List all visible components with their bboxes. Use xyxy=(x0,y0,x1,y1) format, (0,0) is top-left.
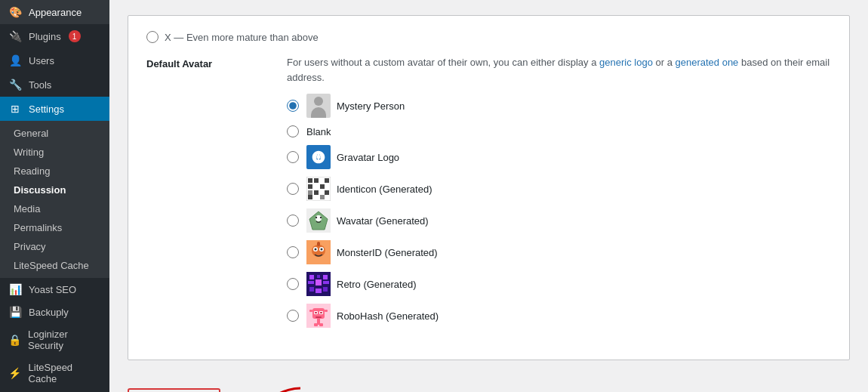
robohash-icon xyxy=(306,304,331,328)
avatar-option-wavatar: Wavatar (Generated) xyxy=(287,208,831,233)
sidebar-item-label: Plugins xyxy=(29,31,61,42)
mystery-person-icon xyxy=(306,94,331,118)
robohash-label[interactable]: RoboHash (Generated) xyxy=(306,304,439,328)
generated-link[interactable]: generated one xyxy=(676,57,739,68)
identicon-icon xyxy=(306,177,331,201)
tools-icon: 🔧 xyxy=(8,79,23,91)
svg-rect-3 xyxy=(314,178,319,183)
svg-rect-32 xyxy=(315,289,322,293)
svg-rect-33 xyxy=(323,287,328,292)
main-content: X — Even more mature than above Default … xyxy=(109,0,868,392)
avatar-option-robohash: RoboHash (Generated) xyxy=(287,304,831,328)
sidebar-item-label: Appearance xyxy=(29,7,82,18)
retro-radio[interactable] xyxy=(287,278,299,290)
submenu-litespeed-cache[interactable]: LiteSpeed Cache xyxy=(0,256,109,275)
power-svg xyxy=(311,150,326,165)
blank-label[interactable]: Blank xyxy=(306,126,331,137)
avatar-option-identicon: Identicon (Generated) xyxy=(287,177,831,201)
svg-rect-40 xyxy=(315,316,322,318)
avatar-option-blank: Blank xyxy=(287,125,831,137)
blank-radio[interactable] xyxy=(287,125,299,137)
monsterid-icon xyxy=(306,240,331,264)
svg-rect-44 xyxy=(309,310,312,312)
sidebar-item-backuply[interactable]: 💾 Backuply xyxy=(0,301,109,323)
plugins-badge: 1 xyxy=(69,30,81,42)
svg-rect-8 xyxy=(314,190,319,195)
mystery-label[interactable]: Mystery Person xyxy=(306,94,405,118)
mystery-radio[interactable] xyxy=(287,100,299,112)
sidebar-item-users[interactable]: 👤 Users xyxy=(0,48,109,73)
settings-section: X — Even more mature than above Default … xyxy=(128,15,850,360)
arrow-indicator xyxy=(232,384,308,392)
svg-rect-23 xyxy=(317,242,320,246)
avatar-option-gravatar: Gravatar Logo xyxy=(287,145,831,169)
submenu-writing[interactable]: Writing xyxy=(0,143,109,162)
users-icon: 👤 xyxy=(8,54,23,66)
svg-rect-38 xyxy=(315,312,317,313)
default-avatar-label: Default Avatar xyxy=(146,55,275,69)
svg-rect-25 xyxy=(309,275,314,279)
avatar-options-content: For users without a custom avatar of the… xyxy=(287,55,831,335)
save-button-wrapper: Save Changes xyxy=(128,388,220,393)
plugins-icon: 🔌 xyxy=(8,30,23,42)
svg-rect-28 xyxy=(308,281,314,284)
svg-rect-4 xyxy=(325,178,329,183)
wavatar-radio[interactable] xyxy=(287,215,299,227)
sidebar-item-plugins[interactable]: 🔌 Plugins 1 xyxy=(0,24,109,48)
submenu-reading[interactable]: Reading xyxy=(0,162,109,181)
gravatar-label[interactable]: Gravatar Logo xyxy=(306,145,399,169)
plugin-label: Loginizer Security xyxy=(28,329,102,351)
x-option-label[interactable]: X — Even more mature than above xyxy=(165,32,319,43)
sidebar-item-litespeed[interactable]: ⚡ LiteSpeed Cache xyxy=(0,357,109,390)
submenu-general[interactable]: General xyxy=(0,124,109,143)
sidebar-item-label: Users xyxy=(29,55,54,66)
monsterid-label[interactable]: MonsterID (Generated) xyxy=(306,240,438,264)
submenu-privacy[interactable]: Privacy xyxy=(0,237,109,256)
svg-point-15 xyxy=(315,217,317,218)
svg-rect-11 xyxy=(320,195,325,199)
sidebar-item-settings[interactable]: ⊞ Settings xyxy=(0,97,109,121)
appearance-icon: 🎨 xyxy=(8,6,23,18)
retro-icon xyxy=(306,272,331,296)
avatar-description: For users without a custom avatar of the… xyxy=(287,55,831,85)
wavatar-label[interactable]: Wavatar (Generated) xyxy=(306,208,429,233)
sidebar-item-label: Tools xyxy=(29,79,51,91)
svg-rect-43 xyxy=(319,323,323,326)
svg-point-16 xyxy=(320,217,322,218)
sidebar-item-tools[interactable]: 🔧 Tools xyxy=(0,73,109,97)
default-avatar-row: Default Avatar For users without a custo… xyxy=(146,55,831,335)
gravatar-radio[interactable] xyxy=(287,151,299,163)
yoast-icon: 📊 xyxy=(8,283,23,295)
svg-rect-45 xyxy=(325,310,328,312)
retro-label[interactable]: Retro (Generated) xyxy=(306,272,417,296)
sidebar-item-loginizer[interactable]: 🔒 Loginizer Security xyxy=(0,323,109,357)
svg-rect-31 xyxy=(309,287,314,292)
identicon-label[interactable]: Identicon (Generated) xyxy=(306,177,432,201)
robohash-radio[interactable] xyxy=(287,310,299,322)
backuply-icon: 💾 xyxy=(8,306,23,318)
x-radio[interactable] xyxy=(146,31,159,43)
svg-point-18 xyxy=(312,245,325,257)
svg-point-21 xyxy=(315,248,317,251)
avatar-option-retro: Retro (Generated) xyxy=(287,272,831,296)
submenu-permalinks[interactable]: Permalinks xyxy=(0,218,109,237)
settings-submenu: General Writing Reading Discussion Media… xyxy=(0,121,109,278)
svg-rect-27 xyxy=(323,275,328,279)
svg-rect-5 xyxy=(308,184,312,189)
save-area: Save Changes xyxy=(128,372,850,392)
svg-rect-7 xyxy=(308,190,312,195)
generic-logo-link[interactable]: generic logo xyxy=(599,57,653,68)
svg-rect-39 xyxy=(320,312,322,313)
sidebar-item-yoast[interactable]: 📊 Yoast SEO xyxy=(0,278,109,301)
submenu-discussion[interactable]: Discussion xyxy=(0,181,109,199)
identicon-radio[interactable] xyxy=(287,183,299,195)
monsterid-radio[interactable] xyxy=(287,246,299,258)
submenu-media[interactable]: Media xyxy=(0,199,109,218)
svg-rect-6 xyxy=(320,184,325,189)
avatar-option-monsterid: MonsterID (Generated) xyxy=(287,240,831,264)
sidebar-item-appearance[interactable]: 🎨 Appearance xyxy=(0,0,109,24)
plugin-label: Backuply xyxy=(29,307,69,318)
svg-rect-29 xyxy=(315,279,322,286)
svg-rect-10 xyxy=(308,195,312,199)
settings-icon: ⊞ xyxy=(8,103,23,115)
